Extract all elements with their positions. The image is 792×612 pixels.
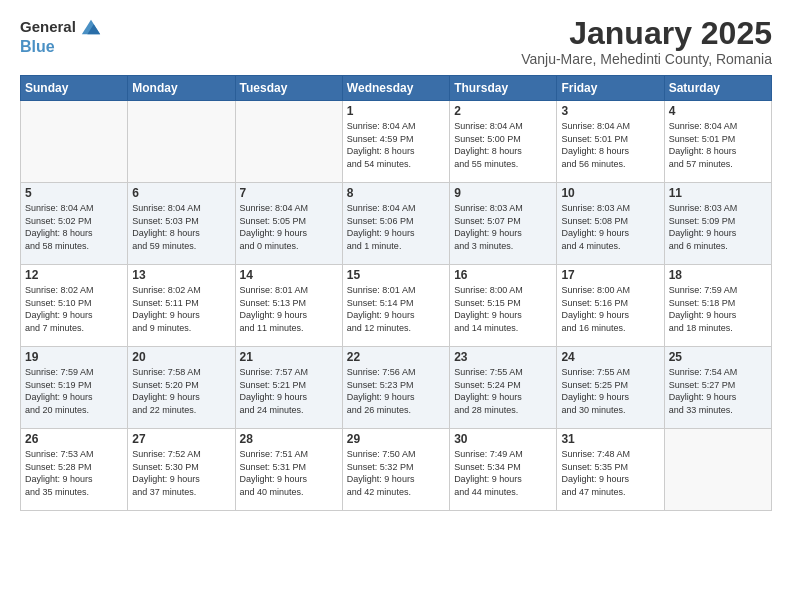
day-number: 5 [25, 186, 123, 200]
calendar-cell: 23Sunrise: 7:55 AMSunset: 5:24 PMDayligh… [450, 347, 557, 429]
calendar-header-row: SundayMondayTuesdayWednesdayThursdayFrid… [21, 76, 772, 101]
subtitle: Vanju-Mare, Mehedinti County, Romania [521, 51, 772, 67]
day-number: 8 [347, 186, 445, 200]
calendar-cell [21, 101, 128, 183]
day-info: Sunrise: 8:04 AMSunset: 4:59 PMDaylight:… [347, 120, 445, 170]
day-number: 3 [561, 104, 659, 118]
day-info: Sunrise: 8:03 AMSunset: 5:09 PMDaylight:… [669, 202, 767, 252]
calendar-cell: 27Sunrise: 7:52 AMSunset: 5:30 PMDayligh… [128, 429, 235, 511]
calendar-cell: 15Sunrise: 8:01 AMSunset: 5:14 PMDayligh… [342, 265, 449, 347]
day-info: Sunrise: 7:53 AMSunset: 5:28 PMDaylight:… [25, 448, 123, 498]
calendar-cell: 3Sunrise: 8:04 AMSunset: 5:01 PMDaylight… [557, 101, 664, 183]
weekday-header: Wednesday [342, 76, 449, 101]
calendar-cell: 17Sunrise: 8:00 AMSunset: 5:16 PMDayligh… [557, 265, 664, 347]
day-number: 17 [561, 268, 659, 282]
logo: General Blue [20, 16, 102, 56]
main-title: January 2025 [521, 16, 772, 51]
day-number: 14 [240, 268, 338, 282]
day-number: 19 [25, 350, 123, 364]
weekday-header: Thursday [450, 76, 557, 101]
day-info: Sunrise: 8:02 AMSunset: 5:10 PMDaylight:… [25, 284, 123, 334]
day-info: Sunrise: 8:04 AMSunset: 5:03 PMDaylight:… [132, 202, 230, 252]
calendar-cell: 12Sunrise: 8:02 AMSunset: 5:10 PMDayligh… [21, 265, 128, 347]
day-number: 16 [454, 268, 552, 282]
day-info: Sunrise: 7:52 AMSunset: 5:30 PMDaylight:… [132, 448, 230, 498]
day-info: Sunrise: 7:51 AMSunset: 5:31 PMDaylight:… [240, 448, 338, 498]
calendar-cell: 8Sunrise: 8:04 AMSunset: 5:06 PMDaylight… [342, 183, 449, 265]
day-info: Sunrise: 8:04 AMSunset: 5:05 PMDaylight:… [240, 202, 338, 252]
day-number: 4 [669, 104, 767, 118]
day-info: Sunrise: 7:55 AMSunset: 5:24 PMDaylight:… [454, 366, 552, 416]
day-number: 21 [240, 350, 338, 364]
day-number: 27 [132, 432, 230, 446]
day-number: 13 [132, 268, 230, 282]
calendar-week-row: 5Sunrise: 8:04 AMSunset: 5:02 PMDaylight… [21, 183, 772, 265]
calendar-table: SundayMondayTuesdayWednesdayThursdayFrid… [20, 75, 772, 511]
day-number: 12 [25, 268, 123, 282]
day-info: Sunrise: 8:04 AMSunset: 5:01 PMDaylight:… [561, 120, 659, 170]
calendar-cell [664, 429, 771, 511]
calendar-cell: 18Sunrise: 7:59 AMSunset: 5:18 PMDayligh… [664, 265, 771, 347]
calendar-week-row: 19Sunrise: 7:59 AMSunset: 5:19 PMDayligh… [21, 347, 772, 429]
calendar-cell: 11Sunrise: 8:03 AMSunset: 5:09 PMDayligh… [664, 183, 771, 265]
calendar-cell: 10Sunrise: 8:03 AMSunset: 5:08 PMDayligh… [557, 183, 664, 265]
calendar-cell: 16Sunrise: 8:00 AMSunset: 5:15 PMDayligh… [450, 265, 557, 347]
weekday-header: Monday [128, 76, 235, 101]
day-number: 31 [561, 432, 659, 446]
calendar-cell: 26Sunrise: 7:53 AMSunset: 5:28 PMDayligh… [21, 429, 128, 511]
day-info: Sunrise: 7:57 AMSunset: 5:21 PMDaylight:… [240, 366, 338, 416]
day-info: Sunrise: 8:03 AMSunset: 5:08 PMDaylight:… [561, 202, 659, 252]
day-info: Sunrise: 7:56 AMSunset: 5:23 PMDaylight:… [347, 366, 445, 416]
day-info: Sunrise: 8:04 AMSunset: 5:01 PMDaylight:… [669, 120, 767, 170]
calendar-cell: 7Sunrise: 8:04 AMSunset: 5:05 PMDaylight… [235, 183, 342, 265]
calendar-cell: 13Sunrise: 8:02 AMSunset: 5:11 PMDayligh… [128, 265, 235, 347]
day-number: 10 [561, 186, 659, 200]
calendar-cell: 1Sunrise: 8:04 AMSunset: 4:59 PMDaylight… [342, 101, 449, 183]
day-info: Sunrise: 8:00 AMSunset: 5:16 PMDaylight:… [561, 284, 659, 334]
weekday-header: Friday [557, 76, 664, 101]
calendar-cell: 30Sunrise: 7:49 AMSunset: 5:34 PMDayligh… [450, 429, 557, 511]
day-number: 1 [347, 104, 445, 118]
day-number: 6 [132, 186, 230, 200]
day-info: Sunrise: 8:02 AMSunset: 5:11 PMDaylight:… [132, 284, 230, 334]
calendar-cell: 28Sunrise: 7:51 AMSunset: 5:31 PMDayligh… [235, 429, 342, 511]
day-info: Sunrise: 7:59 AMSunset: 5:18 PMDaylight:… [669, 284, 767, 334]
day-info: Sunrise: 8:04 AMSunset: 5:02 PMDaylight:… [25, 202, 123, 252]
header: General Blue January 2025 Vanju-Mare, Me… [20, 16, 772, 67]
title-area: January 2025 Vanju-Mare, Mehedinti Count… [521, 16, 772, 67]
calendar-cell: 5Sunrise: 8:04 AMSunset: 5:02 PMDaylight… [21, 183, 128, 265]
calendar-cell: 20Sunrise: 7:58 AMSunset: 5:20 PMDayligh… [128, 347, 235, 429]
calendar-cell: 4Sunrise: 8:04 AMSunset: 5:01 PMDaylight… [664, 101, 771, 183]
calendar-cell: 14Sunrise: 8:01 AMSunset: 5:13 PMDayligh… [235, 265, 342, 347]
calendar-cell: 19Sunrise: 7:59 AMSunset: 5:19 PMDayligh… [21, 347, 128, 429]
day-info: Sunrise: 7:55 AMSunset: 5:25 PMDaylight:… [561, 366, 659, 416]
day-info: Sunrise: 8:01 AMSunset: 5:14 PMDaylight:… [347, 284, 445, 334]
calendar-week-row: 26Sunrise: 7:53 AMSunset: 5:28 PMDayligh… [21, 429, 772, 511]
calendar-cell: 9Sunrise: 8:03 AMSunset: 5:07 PMDaylight… [450, 183, 557, 265]
day-number: 23 [454, 350, 552, 364]
calendar-cell: 21Sunrise: 7:57 AMSunset: 5:21 PMDayligh… [235, 347, 342, 429]
weekday-header: Sunday [21, 76, 128, 101]
day-info: Sunrise: 7:54 AMSunset: 5:27 PMDaylight:… [669, 366, 767, 416]
day-number: 25 [669, 350, 767, 364]
day-number: 24 [561, 350, 659, 364]
logo-blue-text: Blue [20, 38, 55, 56]
day-info: Sunrise: 8:01 AMSunset: 5:13 PMDaylight:… [240, 284, 338, 334]
calendar-cell: 31Sunrise: 7:48 AMSunset: 5:35 PMDayligh… [557, 429, 664, 511]
day-info: Sunrise: 8:04 AMSunset: 5:06 PMDaylight:… [347, 202, 445, 252]
day-info: Sunrise: 7:49 AMSunset: 5:34 PMDaylight:… [454, 448, 552, 498]
day-number: 22 [347, 350, 445, 364]
day-number: 28 [240, 432, 338, 446]
day-number: 29 [347, 432, 445, 446]
logo-icon [80, 16, 102, 38]
day-info: Sunrise: 7:58 AMSunset: 5:20 PMDaylight:… [132, 366, 230, 416]
calendar-cell [128, 101, 235, 183]
day-number: 11 [669, 186, 767, 200]
day-info: Sunrise: 7:48 AMSunset: 5:35 PMDaylight:… [561, 448, 659, 498]
calendar-cell: 2Sunrise: 8:04 AMSunset: 5:00 PMDaylight… [450, 101, 557, 183]
day-info: Sunrise: 8:03 AMSunset: 5:07 PMDaylight:… [454, 202, 552, 252]
calendar-week-row: 1Sunrise: 8:04 AMSunset: 4:59 PMDaylight… [21, 101, 772, 183]
day-info: Sunrise: 7:50 AMSunset: 5:32 PMDaylight:… [347, 448, 445, 498]
weekday-header: Saturday [664, 76, 771, 101]
calendar-cell: 6Sunrise: 8:04 AMSunset: 5:03 PMDaylight… [128, 183, 235, 265]
